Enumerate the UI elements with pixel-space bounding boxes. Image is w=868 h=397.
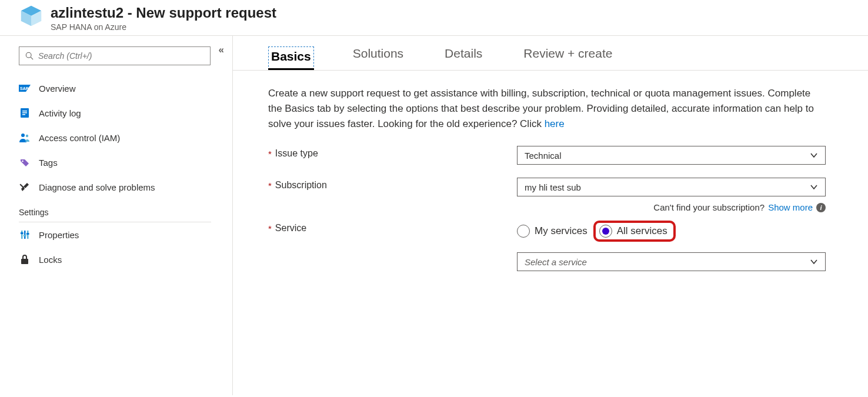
svg-point-11 <box>21 134 25 137</box>
intro-text: Create a new support request to get assi… <box>268 86 826 132</box>
svg-point-3 <box>26 52 31 58</box>
sidebar-item-label: Locks <box>39 255 62 265</box>
highlight-all-services: All services <box>593 221 676 242</box>
svg-point-12 <box>26 135 28 137</box>
tag-icon <box>19 156 31 168</box>
properties-icon <box>19 229 31 241</box>
row-subscription: * Subscription my hli test sub Can't fin… <box>268 178 826 212</box>
chevron-down-icon <box>810 258 818 266</box>
sidebar-item-label: Activity log <box>39 108 81 118</box>
radio-circle-icon <box>517 225 530 238</box>
select-service[interactable]: Select a service <box>517 252 826 271</box>
svg-point-14 <box>22 161 24 162</box>
search-icon <box>25 52 34 60</box>
cube-icon <box>19 5 44 27</box>
svg-line-4 <box>31 57 33 59</box>
page-header: azlintestu2 - New support request SAP HA… <box>0 0 868 36</box>
sidebar-item-activity-log[interactable]: Activity log <box>19 101 232 125</box>
row-issue-type: * Issue type Technical <box>268 146 826 165</box>
sidebar-item-label: Diagnose and solve problems <box>39 182 155 192</box>
svg-rect-21 <box>26 233 29 235</box>
sidebar-section-settings: Settings <box>0 199 232 222</box>
select-issue-type[interactable]: Technical <box>517 146 826 165</box>
select-subscription[interactable]: my hli test sub <box>517 178 826 196</box>
svg-rect-22 <box>21 259 28 264</box>
svg-rect-19 <box>21 232 24 234</box>
radio-label: All services <box>617 225 667 237</box>
lock-icon <box>19 253 31 265</box>
sidebar-item-locks[interactable]: Locks <box>19 247 232 272</box>
tab-review-create[interactable]: Review + create <box>521 46 615 70</box>
sidebar-item-label: Tags <box>39 158 58 168</box>
sidebar-item-tags[interactable]: Tags <box>19 150 232 175</box>
svg-rect-9 <box>22 112 27 114</box>
svg-rect-15 <box>19 184 24 188</box>
info-icon[interactable]: i <box>816 203 826 212</box>
required-indicator: * <box>268 149 272 159</box>
label-service: Service <box>275 223 306 233</box>
svg-rect-16 <box>21 231 23 239</box>
main-content: Basics Solutions Details Review + create… <box>233 36 868 395</box>
activity-log-icon <box>19 107 31 119</box>
row-service: * Service My services All services <box>268 221 826 271</box>
chevron-down-icon <box>810 151 818 159</box>
people-icon <box>19 132 31 144</box>
tabs: Basics Solutions Details Review + create <box>233 36 868 71</box>
search-input[interactable] <box>38 51 204 61</box>
select-value: my hli test sub <box>525 182 581 192</box>
chevron-down-icon <box>810 183 818 191</box>
sidebar-item-diagnose[interactable]: Diagnose and solve problems <box>19 175 232 199</box>
svg-rect-8 <box>22 111 27 112</box>
sidebar-item-properties[interactable]: Properties <box>19 222 232 247</box>
sap-badge-icon: SAP <box>19 82 31 94</box>
svg-text:SAP: SAP <box>20 86 29 91</box>
sidebar-item-label: Access control (IAM) <box>39 133 120 143</box>
required-indicator: * <box>268 181 272 191</box>
page-title: azlintestu2 - New support request <box>51 5 276 21</box>
select-placeholder: Select a service <box>525 257 587 267</box>
radio-label: My services <box>535 225 587 237</box>
sidebar-item-label: Properties <box>39 230 79 240</box>
link-show-more[interactable]: Show more <box>768 202 813 212</box>
required-indicator: * <box>268 223 272 233</box>
label-subscription: Subscription <box>275 180 327 191</box>
sidebar: « SAP Overview Activity log <box>0 36 233 395</box>
sidebar-search[interactable] <box>19 46 211 65</box>
sidebar-item-overview[interactable]: SAP Overview <box>19 76 232 101</box>
sidebar-item-label: Overview <box>39 84 76 94</box>
page-subtitle: SAP HANA on Azure <box>51 22 276 32</box>
collapse-sidebar-icon[interactable]: « <box>219 44 224 56</box>
tab-details[interactable]: Details <box>442 46 485 70</box>
sidebar-item-access-control[interactable]: Access control (IAM) <box>19 125 232 150</box>
radio-circle-icon <box>599 225 612 238</box>
svg-rect-20 <box>24 235 26 236</box>
svg-marker-13 <box>21 159 29 166</box>
radio-my-services[interactable]: My services <box>517 225 587 238</box>
intro-link-here[interactable]: here <box>545 118 565 129</box>
select-value: Technical <box>525 151 562 161</box>
label-issue-type: Issue type <box>275 148 318 159</box>
radio-all-services[interactable]: All services <box>599 225 667 238</box>
wrench-icon <box>19 181 31 193</box>
svg-rect-10 <box>22 114 25 115</box>
tab-solutions[interactable]: Solutions <box>350 46 406 70</box>
subscription-help: Can't find your subscription? Show more … <box>517 202 826 212</box>
tab-basics[interactable]: Basics <box>268 46 314 70</box>
